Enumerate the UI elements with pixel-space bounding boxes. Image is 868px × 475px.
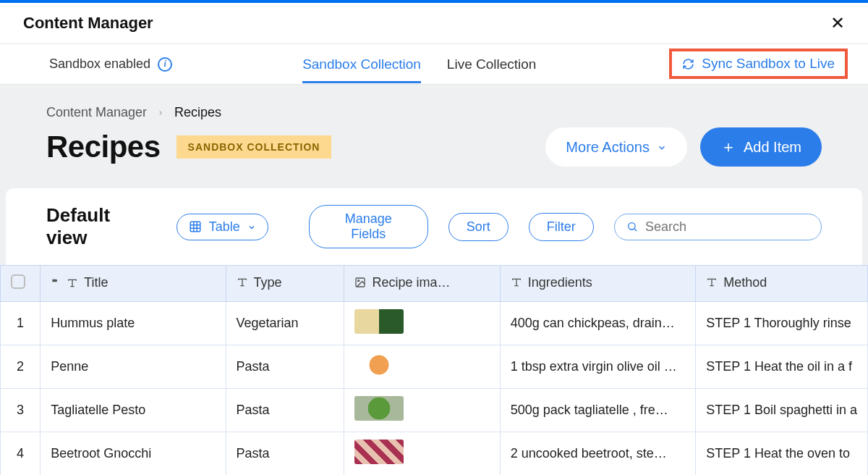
cell-image[interactable]	[344, 432, 500, 476]
column-title[interactable]: Title	[41, 266, 226, 302]
sandbox-status: Sandbox enabled i	[49, 56, 172, 72]
table-row[interactable]: 2 Penne Pasta 1 tbsp extra virgin olive …	[1, 345, 868, 389]
column-label: Type	[254, 275, 282, 290]
cell-type[interactable]: Pasta	[226, 345, 344, 389]
table-row[interactable]: 4 Beetroot Gnocchi Pasta 2 uncooked beet…	[1, 432, 868, 476]
svg-point-5	[628, 223, 634, 230]
row-number: 3	[1, 389, 41, 432]
tabs: Sandbox Collection Live Collection	[302, 46, 536, 83]
svg-rect-0	[190, 222, 200, 232]
svg-point-8	[358, 280, 359, 282]
svg-line-6	[634, 229, 637, 231]
sync-label: Sync Sandbox to Live	[702, 56, 835, 72]
header: Content Manager ✕	[0, 3, 868, 44]
select-all-header[interactable]	[1, 266, 41, 302]
chevron-down-icon	[657, 141, 667, 153]
column-type[interactable]: Type	[226, 266, 344, 302]
search-input[interactable]	[645, 219, 809, 235]
filter-button[interactable]: Filter	[529, 213, 594, 241]
sync-icon	[682, 58, 694, 70]
tab-sandbox-collection[interactable]: Sandbox Collection	[302, 46, 421, 83]
text-icon	[706, 277, 718, 288]
cell-ingredients[interactable]: 1 tbsp extra virgin olive oil …	[500, 345, 696, 389]
breadcrumb-root[interactable]: Content Manager	[46, 105, 147, 120]
cell-type[interactable]: Vegetarian	[226, 302, 344, 345]
text-icon	[67, 277, 78, 289]
table-icon	[189, 220, 202, 233]
column-label: Ingredients	[528, 275, 592, 290]
cell-image[interactable]	[344, 302, 500, 345]
title-left: Recipes SANDBOX COLLECTION	[46, 130, 331, 164]
cell-image[interactable]	[344, 345, 500, 389]
table-row[interactable]: 3 Tagliatelle Pesto Pasta 500g pack tagl…	[1, 389, 868, 432]
sync-sandbox-button[interactable]: Sync Sandbox to Live	[669, 49, 848, 79]
table-header-row: Title Type Recipe ima…	[1, 266, 868, 302]
page-body: Content Manager Recipes Recipes SANDBOX …	[0, 85, 868, 475]
cell-type[interactable]: Pasta	[226, 389, 344, 432]
more-actions-label: More Actions	[566, 139, 650, 156]
data-table: Title Type Recipe ima…	[0, 265, 868, 475]
cell-image[interactable]	[344, 389, 500, 432]
view-card: Default view Table Manage Fields Sort Fi…	[6, 188, 862, 265]
plus-icon: ＋	[720, 136, 736, 158]
image-icon	[354, 277, 366, 288]
view-title: Default view	[46, 204, 153, 249]
cell-method[interactable]: STEP 1 Thoroughly rinse	[696, 302, 868, 345]
info-icon[interactable]: i	[158, 57, 172, 72]
close-icon[interactable]: ✕	[830, 13, 845, 33]
breadcrumb: Content Manager Recipes	[46, 105, 822, 120]
sandbox-badge: SANDBOX COLLECTION	[176, 135, 332, 159]
row-number: 4	[1, 432, 41, 476]
column-label: Method	[723, 275, 767, 290]
cell-ingredients[interactable]: 2 uncooked beetroot, ste…	[500, 432, 696, 476]
recipe-thumbnail	[354, 440, 404, 464]
column-label: Title	[84, 275, 108, 290]
search-input-wrap[interactable]	[614, 214, 822, 240]
more-actions-button[interactable]: More Actions	[545, 127, 687, 167]
column-ingredients[interactable]: Ingredients	[500, 266, 696, 302]
column-label: Recipe ima…	[372, 275, 450, 290]
manage-fields-button[interactable]: Manage Fields	[309, 205, 428, 248]
tab-live-collection[interactable]: Live Collection	[447, 46, 537, 83]
row-number: 2	[1, 345, 41, 389]
search-icon	[626, 220, 638, 233]
title-actions: More Actions ＋ Add Item	[545, 127, 822, 167]
text-icon	[511, 277, 522, 288]
header-title: Content Manager	[23, 14, 153, 33]
text-icon	[237, 277, 248, 288]
flag-icon	[51, 278, 61, 288]
checkbox-icon[interactable]	[11, 274, 25, 289]
sandbox-status-label: Sandbox enabled	[49, 56, 150, 72]
sort-button[interactable]: Sort	[448, 213, 509, 241]
add-item-button[interactable]: ＋ Add Item	[700, 127, 822, 167]
tabs-row: Sandbox enabled i Sandbox Collection Liv…	[0, 44, 868, 85]
column-image[interactable]: Recipe ima…	[344, 266, 500, 302]
cell-method[interactable]: STEP 1 Heat the oil in a f	[696, 345, 868, 389]
page-title: Recipes	[46, 130, 161, 164]
view-mode-label: Table	[209, 219, 240, 235]
row-number: 1	[1, 302, 41, 345]
chevron-down-icon	[247, 222, 256, 232]
column-method[interactable]: Method	[696, 266, 868, 302]
cell-type[interactable]: Pasta	[226, 432, 344, 476]
breadcrumb-current: Recipes	[174, 105, 221, 120]
breadcrumb-area: Content Manager Recipes	[0, 85, 868, 120]
cell-title[interactable]: Hummus plate	[41, 302, 226, 345]
table-row[interactable]: 1 Hummus plate Vegetarian 400g can chick…	[1, 302, 868, 345]
cell-ingredients[interactable]: 500g pack tagliatelle , fre…	[500, 389, 696, 432]
cell-title[interactable]: Tagliatelle Pesto	[41, 389, 226, 432]
recipe-thumbnail	[354, 353, 404, 377]
recipe-thumbnail	[354, 396, 404, 421]
title-row: Recipes SANDBOX COLLECTION More Actions …	[0, 125, 868, 188]
cell-method[interactable]: STEP 1 Heat the oven to	[696, 432, 868, 476]
recipe-thumbnail	[354, 309, 404, 334]
cell-ingredients[interactable]: 400g can chickpeas, drain…	[500, 302, 696, 345]
chevron-right-icon	[157, 105, 164, 120]
cell-title[interactable]: Penne	[41, 345, 226, 389]
cell-method[interactable]: STEP 1 Boil spaghetti in a	[696, 389, 868, 432]
cell-title[interactable]: Beetroot Gnocchi	[41, 432, 226, 476]
add-item-label: Add Item	[744, 139, 801, 156]
view-mode-selector[interactable]: Table	[176, 214, 268, 240]
